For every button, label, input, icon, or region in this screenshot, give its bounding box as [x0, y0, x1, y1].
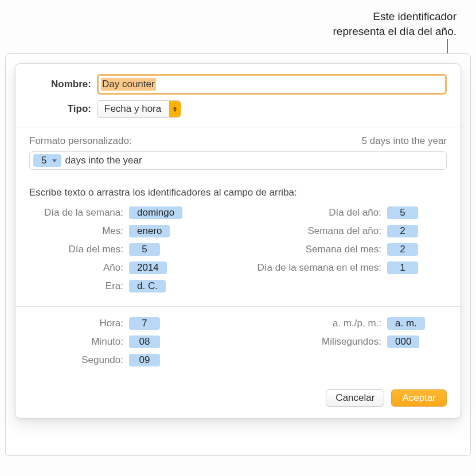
token-minute[interactable]: 08 [129, 335, 160, 348]
type-popup-value: Fecha y hora [97, 103, 169, 115]
label-minute: Minuto: [29, 336, 129, 348]
token-second[interactable]: 09 [129, 354, 160, 366]
label-year: Año: [29, 262, 129, 274]
cancel-button[interactable]: Cancelar [326, 389, 384, 407]
type-label: Tipo: [29, 103, 97, 115]
format-token-day-of-year[interactable]: 5 [33, 154, 61, 167]
token-day-of-week[interactable]: domingo [129, 206, 182, 219]
name-label: Nombre: [29, 79, 97, 90]
token-milliseconds[interactable]: 000 [387, 335, 419, 348]
custom-format-preview: 5 days into the year [362, 135, 447, 147]
type-popup[interactable]: Fecha y hora [97, 100, 181, 118]
instruction-text: Escribe texto o arrastra los identificad… [15, 178, 461, 204]
label-second: Segundo: [29, 354, 129, 366]
token-ampm[interactable]: a. m. [387, 317, 425, 330]
callout-text: Este identificador representa el día del… [262, 9, 457, 38]
token-weekday-in-month[interactable]: 1 [387, 262, 418, 274]
name-field[interactable]: Day counter [97, 74, 447, 95]
stepper-icon [169, 101, 181, 117]
token-week-of-year[interactable]: 2 [387, 225, 418, 237]
label-month: Mes: [29, 225, 129, 237]
token-day-of-year[interactable]: 5 [387, 206, 418, 219]
label-ampm: a. m./p. m.: [238, 318, 387, 329]
label-milliseconds: Milisegundos: [238, 336, 387, 348]
chevron-down-icon [52, 159, 57, 162]
token-year[interactable]: 2014 [129, 262, 167, 274]
label-week-of-month: Semana del mes: [238, 244, 387, 255]
custom-format-label: Formato personalizado: [29, 135, 132, 147]
name-field-selection: Day counter [101, 78, 156, 91]
label-weekday-in-month: Día de la semana en el mes: [238, 262, 387, 274]
token-day-of-month[interactable]: 5 [129, 243, 160, 256]
token-month[interactable]: enero [129, 225, 170, 237]
custom-format-field[interactable]: 5 days into the year [29, 151, 447, 170]
label-day-of-month: Día del mes: [29, 244, 129, 255]
token-hour[interactable]: 7 [129, 317, 160, 330]
token-week-of-month[interactable]: 2 [387, 243, 418, 256]
label-era: Era: [29, 280, 129, 292]
ok-button[interactable]: Aceptar [391, 389, 447, 407]
label-day-of-year: Día del año: [238, 207, 387, 219]
custom-format-dialog: Nombre: Day counter Tipo: Fecha y hora F… [15, 63, 461, 419]
token-era[interactable]: d. C. [129, 280, 166, 292]
label-hour: Hora: [29, 318, 129, 329]
label-day-of-week: Día de la semana: [29, 207, 129, 219]
format-suffix-text: days into the year [65, 155, 142, 166]
label-week-of-year: Semana del año: [238, 225, 387, 237]
